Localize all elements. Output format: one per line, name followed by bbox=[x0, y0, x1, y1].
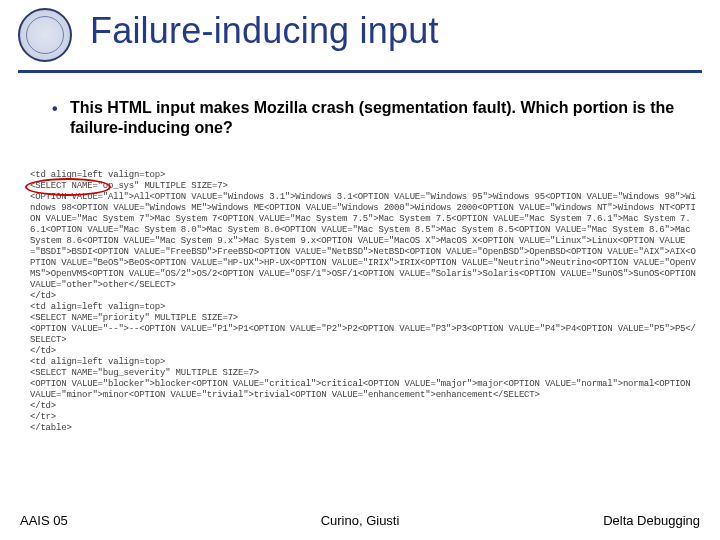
slide: Failure-inducing input • This HTML input… bbox=[0, 0, 720, 540]
code-line: <OPTION VALUE="blocker">blocker<OPTION V… bbox=[30, 379, 696, 401]
code-line: <OPTION VALUE="--">--<OPTION VALUE="P1">… bbox=[30, 324, 696, 346]
bullet-marker-icon: • bbox=[52, 99, 58, 119]
code-line: </table> bbox=[30, 423, 696, 434]
slide-title: Failure-inducing input bbox=[90, 10, 439, 52]
footer-left: AAIS 05 bbox=[20, 513, 68, 528]
bullet-text: • This HTML input makes Mozilla crash (s… bbox=[70, 98, 690, 139]
footer-center: Curino, Giusti bbox=[321, 513, 400, 528]
bullet-content: This HTML input makes Mozilla crash (seg… bbox=[70, 99, 674, 136]
code-line: <SELECT NAME="op_sys" MULTIPLE SIZE=7> bbox=[30, 181, 696, 192]
html-code-block: <td align=left valign=top><SELECT NAME="… bbox=[30, 170, 696, 434]
code-line: <OPTION VALUE="All">All<OPTION VALUE="Wi… bbox=[30, 192, 696, 291]
code-line: <td align=left valign=top> bbox=[30, 302, 696, 313]
code-line: <SELECT NAME="priority" MULTIPLE SIZE=7> bbox=[30, 313, 696, 324]
code-line: <td align=left valign=top> bbox=[30, 357, 696, 368]
code-line: </tr> bbox=[30, 412, 696, 423]
title-underline bbox=[18, 70, 702, 73]
code-line: </td> bbox=[30, 401, 696, 412]
code-line: <td align=left valign=top> bbox=[30, 170, 696, 181]
code-line: <SELECT NAME="bug_severity" MULTIPLE SIZ… bbox=[30, 368, 696, 379]
code-line: </td> bbox=[30, 291, 696, 302]
footer-right: Delta Debugging bbox=[603, 513, 700, 528]
code-line: </td> bbox=[30, 346, 696, 357]
university-seal-logo bbox=[18, 8, 72, 62]
